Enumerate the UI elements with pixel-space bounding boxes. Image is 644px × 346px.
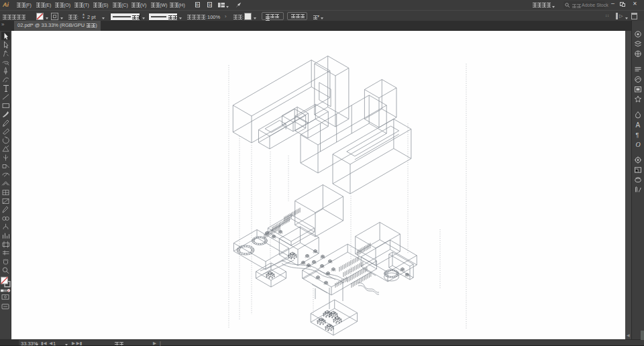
svg-text:A: A	[636, 121, 641, 129]
svg-text:¶: ¶	[636, 131, 639, 138]
svg-text:O: O	[636, 141, 641, 148]
